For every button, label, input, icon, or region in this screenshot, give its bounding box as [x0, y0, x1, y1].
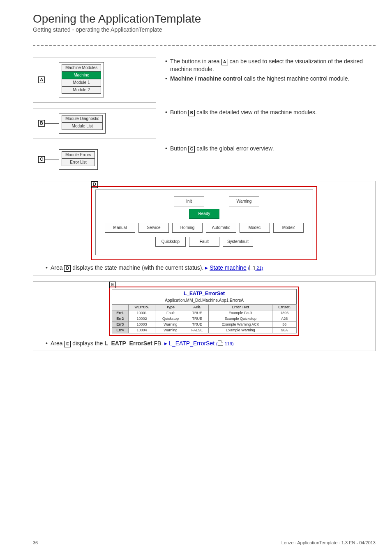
state-ready[interactable]: Ready — [189, 209, 219, 219]
pane-module-diagnostic: B Module Diagnostic Module List — [33, 109, 156, 139]
btn-module-list[interactable]: Module List — [62, 123, 103, 130]
ref-b-icon: B — [188, 110, 195, 116]
label-b: B — [38, 120, 45, 127]
btn-machine[interactable]: Machine — [62, 72, 101, 79]
pane-errorset: E L_EATP_ErrorSet Application.MM_Dcl.Mac… — [33, 281, 376, 351]
page-subtitle: Getting started - operating the Applicat… — [33, 26, 376, 33]
pane-machine-modules: A Machine Modules Machine Module 1 Modul… — [33, 58, 156, 103]
errorset-path: Application.MM_Dcl.Machine.App1.ErrorsA — [112, 297, 297, 304]
page-title: Opening the ApplicationTemplate — [33, 12, 376, 25]
btn-module1[interactable]: Module 1 — [62, 79, 101, 86]
btn-module2[interactable]: Module 2 — [62, 86, 101, 94]
page-icon — [249, 265, 255, 270]
pane-state-machine: D Init Warning Ready Manual Service Homi… — [33, 181, 376, 275]
page-icon — [218, 340, 223, 346]
table-row: Err410004WarningFALSEExample Warning96A — [112, 328, 297, 333]
errorset-table: wErrCo. Type Ack. Error Text ErrDet. Err… — [112, 304, 297, 333]
state-systemfault[interactable]: Systemfault — [223, 237, 253, 247]
table-row: Err210002QuickstopTRUEExample QuickstopA… — [112, 316, 297, 322]
state-service[interactable]: Service — [138, 223, 169, 233]
state-init[interactable]: Init — [174, 197, 204, 206]
btn-error-list[interactable]: Error List — [62, 159, 95, 166]
state-homing[interactable]: Homing — [172, 223, 203, 233]
th-rowlabel — [112, 305, 129, 310]
state-automatic[interactable]: Automatic — [206, 223, 236, 233]
state-mode2[interactable]: Mode2 — [273, 223, 304, 233]
note-e: Area E displays the L_EATP_ErrorSet FB. … — [46, 340, 370, 347]
th-werrco: wErrCo. — [128, 305, 155, 310]
state-mode1[interactable]: Mode1 — [240, 223, 270, 233]
legend-module-diagnostic: Module Diagnostic — [62, 115, 103, 123]
ref-a-icon: A — [221, 59, 228, 65]
bullet-a2: Machine / machine control calls the high… — [165, 75, 376, 83]
ref-d-icon: D — [64, 265, 71, 272]
ref-c-icon: C — [188, 146, 195, 153]
ref-e-icon: E — [64, 341, 71, 347]
label-c: C — [38, 156, 45, 163]
bullet-b: Button B calls the detailed view of the … — [165, 109, 376, 116]
link-state-machine[interactable]: State machine — [210, 264, 247, 271]
divider — [33, 45, 376, 46]
link-errorset[interactable]: L_EATP_ErrorSet — [169, 340, 214, 347]
table-row: Err110001FaultTRUEExample Fault1896 — [112, 310, 297, 316]
th-errdet: ErrDet. — [272, 305, 297, 310]
legend-module-errors: Module Errors — [62, 151, 95, 159]
pane-module-errors: C Module Errors Error List — [33, 145, 156, 175]
label-a: A — [38, 76, 45, 83]
state-manual[interactable]: Manual — [105, 223, 135, 233]
th-errortext: Error Text — [209, 305, 272, 310]
table-row: Err310003WarningTRUEExample Warning ACK5… — [112, 322, 297, 328]
label-e: E — [109, 282, 116, 288]
th-type: Type — [155, 305, 186, 310]
state-quickstop[interactable]: Quickstop — [155, 237, 186, 247]
note-d: Area D displays the state machine (with … — [46, 264, 370, 272]
state-warning[interactable]: Warning — [229, 197, 259, 206]
label-d: D — [91, 181, 98, 188]
th-ack: Ack. — [186, 305, 208, 310]
state-fault[interactable]: Fault — [189, 237, 219, 247]
legend-machine-modules: Machine Modules — [62, 64, 101, 72]
bullet-c: Button C calls the global error overview… — [165, 145, 376, 153]
page-number: 36 — [33, 540, 38, 545]
footer-right: Lenze · ApplicationTemplate · 1.3 EN - 0… — [281, 540, 376, 545]
errorset-title: L_EATP_ErrorSet — [112, 289, 296, 297]
bullet-a1: The buttons in area A can be used to sel… — [165, 58, 376, 73]
